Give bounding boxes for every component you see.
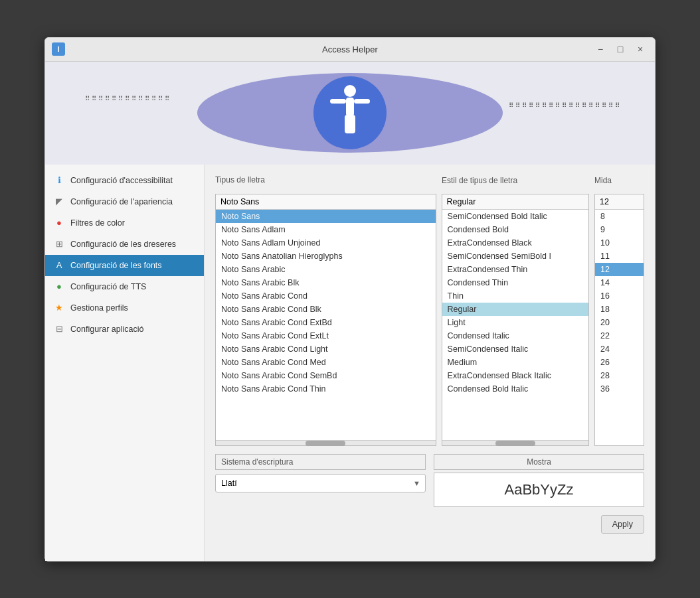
list-item[interactable]: 8	[595, 210, 644, 223]
sidebar-label-shortcuts: Configuració de les dreseres	[70, 240, 176, 249]
main-window: i Access Helper − □ × ⠿⠿⠿⠿⠿⠿⠿⠿⠿⠿⠿⠿⠿	[44, 37, 656, 561]
list-item[interactable]: 10	[595, 236, 644, 250]
list-item[interactable]: Condensed Bold	[442, 223, 588, 236]
font-style-list[interactable]: SemiCondensed Bold Italic Condensed Bold…	[442, 210, 588, 440]
list-item[interactable]: Noto Sans Arabic Cond SemBd	[216, 369, 436, 382]
sidebar-label-tts: Configuració de TTS	[70, 282, 146, 291]
list-item[interactable]: Noto Sans Arabic	[216, 263, 436, 276]
font-size-input[interactable]	[595, 194, 644, 210]
list-item[interactable]: Condensed Bold Italic	[442, 382, 588, 396]
list-item[interactable]: Noto Sans Arabic Cond Light	[216, 342, 436, 356]
sidebar-item-configure-app[interactable]: ⊟ Configurar aplicació	[45, 319, 204, 340]
font-section-label: Tipus de lletra	[215, 175, 265, 186]
list-item[interactable]: 12	[595, 263, 644, 276]
sidebar-item-shortcuts[interactable]: ⊞ Configuració de les dreseres	[45, 234, 204, 255]
app-icon: i	[52, 42, 65, 56]
minimize-button[interactable]: −	[592, 41, 608, 57]
apply-button[interactable]: Apply	[601, 515, 644, 534]
list-item[interactable]: ExtraCondensed Black Italic	[442, 369, 588, 382]
writing-system-section: Sistema d'escriptura Llatí Grec Ciríl·li…	[215, 454, 426, 507]
list-item[interactable]: Condensed Thin	[442, 276, 588, 289]
font-style-input[interactable]	[442, 194, 588, 210]
list-item[interactable]: Light	[442, 316, 588, 329]
list-item[interactable]: 26	[595, 356, 644, 369]
list-item[interactable]: 24	[595, 342, 644, 356]
list-item[interactable]: ExtraCondensed Thin	[442, 263, 588, 276]
font-style-panel: SemiCondensed Bold Italic Condensed Bold…	[442, 194, 589, 446]
list-item[interactable]: SemiCondensed SemiBold I	[442, 250, 588, 263]
list-item[interactable]: SemiCondensed Bold Italic	[442, 210, 588, 223]
list-item[interactable]: ExtraCondensed Black	[442, 236, 588, 250]
maximize-button[interactable]: □	[612, 41, 628, 57]
list-item[interactable]: Regular	[442, 303, 588, 316]
person-icon	[327, 83, 373, 143]
fonts-icon: A	[53, 260, 65, 271]
preview-text: AaBbYyZz	[505, 481, 574, 498]
list-item[interactable]: Noto Sans Arabic Cond ExtLt	[216, 329, 436, 342]
list-item[interactable]: Noto Sans Arabic Cond Thin	[216, 382, 436, 396]
list-item[interactable]: 28	[595, 369, 644, 382]
list-item[interactable]: 18	[595, 303, 644, 316]
font-name-panel: Noto Sans Noto Sans Adlam Noto Sans Adla…	[215, 194, 436, 446]
accessibility-icon: ℹ	[53, 175, 65, 187]
list-item[interactable]: Thin	[442, 289, 588, 303]
sidebar-label-profiles: Gestiona perfils	[70, 303, 128, 313]
font-name-list[interactable]: Noto Sans Noto Sans Adlam Noto Sans Adla…	[216, 210, 436, 440]
svg-rect-3	[354, 99, 370, 104]
list-item[interactable]: Noto Sans Arabic Cond ExtBd	[216, 316, 436, 329]
list-item[interactable]: 16	[595, 289, 644, 303]
list-item[interactable]: 20	[595, 316, 644, 329]
window-title: Access Helper	[322, 44, 378, 54]
list-item[interactable]: Noto Sans Arabic Blk	[216, 276, 436, 289]
sidebar: ℹ Configuració d'accessibilitat ◤ Config…	[45, 165, 205, 561]
font-name-scrollbar[interactable]	[216, 440, 436, 445]
font-size-panel: 8 9 10 11 12 14 16 18 20 22 24 26 28 36	[594, 194, 644, 446]
tts-icon: ●	[53, 281, 65, 293]
list-item[interactable]: 22	[595, 329, 644, 342]
font-size-list[interactable]: 8 9 10 11 12 14 16 18 20 22 24 26 28 36	[595, 210, 644, 445]
list-item[interactable]: Noto Sans Arabic Cond	[216, 289, 436, 303]
list-item[interactable]: Noto Sans Adlam	[216, 223, 436, 236]
sidebar-label-accessibility: Configuració d'accessibilitat	[70, 176, 173, 185]
braille-left: ⠿⠿⠿⠿⠿⠿⠿⠿⠿⠿⠿⠿⠿	[85, 95, 171, 102]
preview-section: Mostra AaBbYyZz	[434, 454, 644, 507]
braille-right: ⠿⠿⠿⠿⠿⠿⠿⠿⠿⠿⠿⠿⠿⠿⠿⠿⠿	[509, 102, 622, 109]
banner: ⠿⠿⠿⠿⠿⠿⠿⠿⠿⠿⠿⠿⠿ ⠿⠿⠿⠿⠿⠿⠿⠿⠿⠿⠿⠿⠿⠿⠿⠿⠿	[45, 62, 655, 165]
svg-rect-6	[345, 115, 350, 133]
list-item[interactable]: 14	[595, 276, 644, 289]
list-item[interactable]: Noto Sans Arabic Cond Blk	[216, 303, 436, 316]
window-controls: − □ ×	[592, 41, 648, 57]
list-item[interactable]: Condensed Italic	[442, 329, 588, 342]
content-area: ℹ Configuració d'accessibilitat ◤ Config…	[45, 165, 655, 561]
sidebar-item-tts[interactable]: ● Configuració de TTS	[45, 276, 204, 297]
sidebar-label-appearance: Configuració de l'apariencia	[70, 197, 173, 206]
configure-app-icon: ⊟	[53, 323, 65, 335]
sidebar-label-configure-app: Configurar aplicació	[70, 325, 143, 334]
close-button[interactable]: ×	[632, 41, 648, 57]
titlebar: i Access Helper − □ ×	[45, 38, 655, 62]
list-item[interactable]: Medium	[442, 356, 588, 369]
writing-system-select[interactable]: Llatí Grec Ciríl·lic Àrab Hebreu	[215, 474, 426, 492]
preview-box: AaBbYyZz	[434, 473, 644, 507]
profiles-icon: ★	[53, 302, 65, 314]
font-style-scrollbar-thumb	[495, 441, 535, 446]
sidebar-item-profiles[interactable]: ★ Gestiona perfils	[45, 297, 204, 319]
sidebar-item-fonts[interactable]: A Configuració de les fonts	[45, 255, 204, 276]
list-item[interactable]: Noto Sans	[216, 210, 436, 223]
list-item[interactable]: 11	[595, 250, 644, 263]
font-name-input[interactable]	[216, 194, 436, 210]
font-style-scrollbar[interactable]	[442, 440, 588, 445]
font-name-scrollbar-thumb	[306, 441, 345, 446]
list-item[interactable]: Noto Sans Adlam Unjoined	[216, 236, 436, 250]
list-item[interactable]: Noto Sans Arabic Cond Med	[216, 356, 436, 369]
list-item[interactable]: 9	[595, 223, 644, 236]
apply-button-row: Apply	[215, 515, 644, 534]
list-item[interactable]: 36	[595, 382, 644, 396]
list-item[interactable]: Noto Sans Anatolian Hieroglyphs	[216, 250, 436, 263]
svg-rect-1	[346, 98, 354, 116]
list-item[interactable]: SemiCondensed Italic	[442, 342, 588, 356]
sidebar-item-appearance[interactable]: ◤ Configuració de l'apariencia	[45, 191, 204, 212]
writing-system-select-wrapper: Llatí Grec Ciríl·lic Àrab Hebreu ▼	[215, 474, 426, 492]
sidebar-item-accessibility[interactable]: ℹ Configuració d'accessibilitat	[45, 170, 204, 191]
sidebar-item-color-filters[interactable]: ● Filtres de color	[45, 212, 204, 234]
